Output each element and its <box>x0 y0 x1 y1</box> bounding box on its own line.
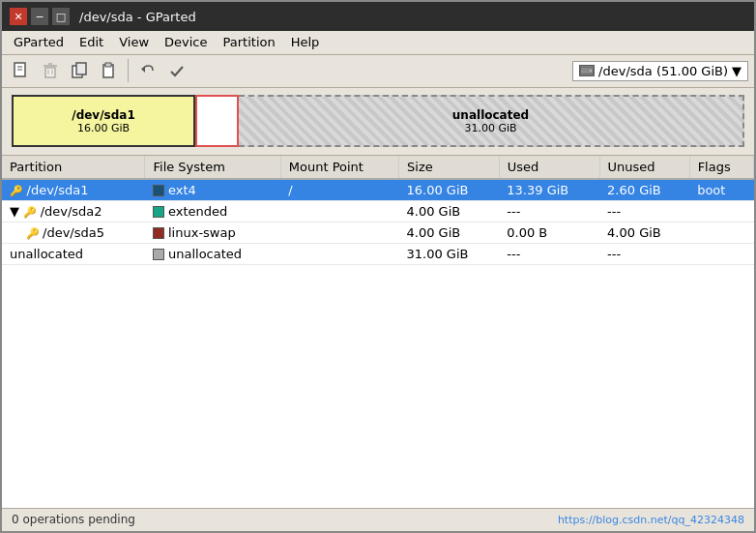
statusbar: 0 operations pending https://blog.csdn.n… <box>2 508 754 532</box>
cell-used: --- <box>499 200 599 222</box>
disk-block-sda1-size: 16.00 GiB <box>77 122 130 134</box>
minimize-button[interactable]: ─ <box>31 8 48 25</box>
disk-block-unalloc-size: 31.00 GiB <box>464 122 516 134</box>
toolbar-apply-btn[interactable] <box>163 57 190 84</box>
main-content: Partition File System Mount Point Size U… <box>2 156 754 508</box>
close-button[interactable]: ✕ <box>10 8 27 25</box>
col-filesystem: File System <box>145 156 280 179</box>
partition-name: /dev/sda2 <box>41 204 102 219</box>
table-header-row: Partition File System Mount Point Size U… <box>2 156 754 179</box>
menu-device[interactable]: Device <box>157 32 215 52</box>
disk-block-unalloc-name: unallocated <box>452 108 529 122</box>
partition-table-container: Partition File System Mount Point Size U… <box>2 156 754 508</box>
cell-used: 0.00 B <box>499 222 599 243</box>
svg-point-15 <box>590 70 591 71</box>
cell-partition: 🔑 /dev/sda5 <box>2 222 145 243</box>
menu-partition[interactable]: Partition <box>216 32 283 52</box>
operations-pending: 0 operations pending <box>12 513 135 526</box>
device-selector[interactable]: /dev/sda (51.00 GiB) ▼ <box>572 61 748 81</box>
disk-block-sda1[interactable]: /dev/sda1 16.00 GiB <box>12 95 195 147</box>
device-dropdown-arrow: ▼ <box>732 64 741 78</box>
cell-size: 4.00 GiB <box>399 222 500 243</box>
hdd-icon <box>579 65 595 76</box>
table-row[interactable]: ▼ 🔑 /dev/sda2extended4.00 GiB------ <box>2 200 754 222</box>
disk-block-unalloc[interactable]: unallocated 31.00 GiB <box>239 95 744 147</box>
cell-used: 13.39 GiB <box>499 179 599 201</box>
cell-unused: --- <box>599 200 689 222</box>
cell-filesystem: extended <box>145 200 280 222</box>
cell-unused: 4.00 GiB <box>599 222 689 243</box>
cell-flags <box>689 243 753 264</box>
col-used: Used <box>499 156 599 179</box>
partition-table: Partition File System Mount Point Size U… <box>2 156 754 265</box>
menubar: GParted Edit View Device Partition Help <box>2 31 754 55</box>
col-size: Size <box>399 156 500 179</box>
toolbar: /dev/sda (51.00 GiB) ▼ <box>2 55 754 88</box>
col-unused: Unused <box>599 156 689 179</box>
menu-gparted[interactable]: GParted <box>6 32 72 52</box>
expand-icon: ▼ <box>10 204 23 219</box>
cell-unused: --- <box>599 243 689 264</box>
titlebar: ✕ ─ □ /dev/sda - GParted <box>2 2 754 31</box>
cell-flags <box>689 222 753 243</box>
toolbar-new-btn[interactable] <box>8 57 35 84</box>
cell-partition: ▼ 🔑 /dev/sda2 <box>2 200 145 222</box>
device-label: /dev/sda (51.00 GiB) <box>598 64 728 78</box>
col-flags: Flags <box>689 156 753 179</box>
cell-partition: unallocated <box>2 243 145 264</box>
window-title: /dev/sda - GParted <box>79 10 196 24</box>
toolbar-undo-btn[interactable] <box>134 57 161 84</box>
cell-flags: boot <box>689 179 753 201</box>
svg-rect-11 <box>105 63 111 67</box>
cell-size: 16.00 GiB <box>399 179 500 201</box>
partition-name: /dev/sda5 <box>43 225 104 240</box>
app-window: ✕ ─ □ /dev/sda - GParted GParted Edit Vi… <box>0 0 756 533</box>
disk-block-sda1-name: /dev/sda1 <box>72 108 135 122</box>
key-icon: 🔑 <box>10 185 27 197</box>
menu-view[interactable]: View <box>111 32 157 52</box>
cell-mountpoint: / <box>280 179 398 201</box>
toolbar-copy-btn[interactable] <box>66 57 93 84</box>
cell-size: 31.00 GiB <box>399 243 500 264</box>
svg-rect-3 <box>45 68 55 77</box>
toolbar-paste-btn[interactable] <box>95 57 122 84</box>
disk-visual: /dev/sda1 16.00 GiB unallocated 31.00 Gi… <box>2 88 754 156</box>
cell-mountpoint <box>280 243 398 264</box>
menu-help[interactable]: Help <box>283 32 328 52</box>
cell-partition: 🔑 /dev/sda1 <box>2 179 145 201</box>
maximize-button[interactable]: □ <box>52 8 70 25</box>
toolbar-sep1 <box>128 59 129 82</box>
col-partition: Partition <box>2 156 145 179</box>
statusbar-url: https://blog.csdn.net/qq_42324348 <box>558 514 744 526</box>
toolbar-delete-btn[interactable] <box>37 57 64 84</box>
cell-size: 4.00 GiB <box>399 200 500 222</box>
partition-name: unallocated <box>10 247 83 261</box>
cell-mountpoint <box>280 200 398 222</box>
disk-block-sda2[interactable] <box>195 95 239 147</box>
svg-rect-9 <box>76 63 86 74</box>
fs-icon <box>153 249 164 260</box>
fs-icon <box>153 227 164 239</box>
table-row[interactable]: 🔑 /dev/sda5linux-swap4.00 GiB0.00 B4.00 … <box>2 222 754 243</box>
cell-flags <box>689 200 753 222</box>
cell-used: --- <box>499 243 599 264</box>
cell-filesystem: linux-swap <box>145 222 280 243</box>
key-icon: 🔑 <box>23 206 41 219</box>
partition-name: /dev/sda1 <box>27 183 89 197</box>
menu-edit[interactable]: Edit <box>72 32 111 52</box>
cell-filesystem: unallocated <box>145 243 280 264</box>
key-icon: 🔑 <box>26 227 44 240</box>
fs-icon <box>153 206 164 218</box>
fs-icon <box>153 185 164 196</box>
window-controls: ✕ ─ □ <box>10 8 70 25</box>
col-mountpoint: Mount Point <box>280 156 398 179</box>
cell-filesystem: ext4 <box>145 179 280 201</box>
table-row[interactable]: 🔑 /dev/sda1ext4/16.00 GiB13.39 GiB2.60 G… <box>2 179 754 201</box>
cell-unused: 2.60 GiB <box>599 179 689 201</box>
table-row[interactable]: unallocatedunallocated31.00 GiB------ <box>2 243 754 264</box>
cell-mountpoint <box>280 222 398 243</box>
